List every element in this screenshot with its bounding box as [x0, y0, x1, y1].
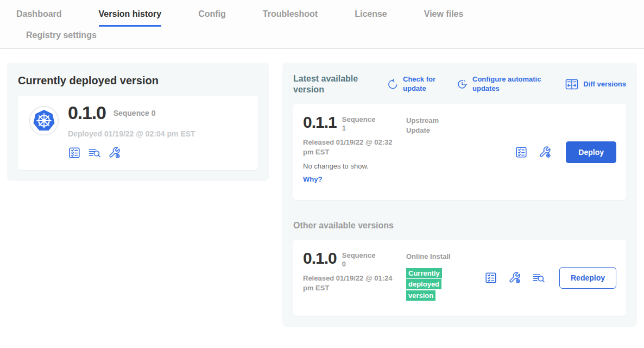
- released-timestamp: Released 01/19/22 @ 01:24 pm EST: [303, 274, 396, 293]
- configure-updates-icon: [456, 78, 468, 90]
- version-number: 0.1.1: [303, 114, 337, 131]
- currently-deployed-badge: Currently deployed version: [406, 268, 450, 302]
- version-source-label: Online Install: [406, 252, 451, 260]
- preflight-checks-icon[interactable]: [484, 271, 497, 284]
- no-changes-text: No changes to show.: [303, 162, 406, 170]
- kubernetes-logo: [29, 105, 59, 138]
- check-for-update-link[interactable]: Check for update: [387, 75, 442, 94]
- currently-deployed-title: Currently deployed version: [18, 74, 258, 87]
- diff-versions-link[interactable]: Diff versions: [565, 78, 626, 91]
- tab-version-history[interactable]: Version history: [99, 9, 162, 27]
- redeploy-button[interactable]: Redeploy: [559, 267, 616, 289]
- preflight-checks-icon[interactable]: [515, 146, 528, 159]
- edit-config-icon[interactable]: [108, 146, 121, 159]
- nav-row-primary: Dashboard Version history Config Trouble…: [16, 0, 644, 27]
- preflight-checks-icon[interactable]: [68, 146, 81, 159]
- latest-available-title: Latest available version: [293, 73, 372, 95]
- diff-versions-label: Diff versions: [583, 80, 626, 89]
- currently-deployed-card: Currently deployed version: [7, 63, 269, 181]
- latest-version-row: 0.1.1 Sequence 1 Released 01/19/22 @ 02:…: [293, 104, 626, 200]
- configure-automatic-updates-label: Configure automatic updates: [472, 75, 548, 94]
- check-for-update-label: Check for update: [403, 75, 442, 94]
- sequence-label: Sequence 0: [113, 103, 156, 117]
- deploy-button[interactable]: Deploy: [566, 141, 616, 163]
- version-source-label: Upstream Update: [406, 114, 463, 135]
- diff-versions-icon: [565, 78, 579, 91]
- version-history-page: Currently deployed version: [0, 49, 644, 340]
- deployed-timestamp: Deployed 01/19/22 @ 02:04 pm EST: [68, 129, 195, 138]
- tab-view-files[interactable]: View files: [424, 9, 464, 27]
- latest-available-header: Latest available version Check for updat…: [293, 73, 626, 95]
- other-version-row: 0.1.0 Sequence 0 Released 01/19/22 @ 01:…: [293, 240, 626, 316]
- version-source-column: Online Install Currently deployed versio…: [406, 250, 463, 302]
- top-nav: Dashboard Version history Config Trouble…: [0, 0, 644, 49]
- released-timestamp: Released 01/19/22 @ 02:32 pm EST: [303, 138, 396, 157]
- edit-config-icon[interactable]: [539, 146, 552, 159]
- deployed-version-info: 0.1.0 Sequence 0 Deployed 01/19/22 @ 02:…: [68, 103, 195, 159]
- tab-license[interactable]: License: [355, 9, 387, 27]
- tab-config[interactable]: Config: [198, 9, 226, 27]
- tab-troubleshoot[interactable]: Troubleshoot: [263, 9, 318, 27]
- sequence-label: Sequence 1: [342, 114, 378, 132]
- check-for-update-icon: [387, 78, 399, 90]
- deploy-logs-icon[interactable]: [532, 271, 545, 284]
- version-number: 0.1.0: [303, 250, 337, 267]
- version-action-icons: [484, 271, 545, 284]
- tab-registry-settings[interactable]: Registry settings: [26, 30, 644, 40]
- edit-config-icon[interactable]: [508, 271, 521, 284]
- sequence-label: Sequence 0: [342, 250, 378, 268]
- version-number: 0.1.0: [68, 103, 106, 123]
- version-row: 0.1.0 Sequence 0: [68, 103, 195, 123]
- tab-dashboard[interactable]: Dashboard: [16, 9, 62, 27]
- deploy-logs-icon[interactable]: [88, 146, 101, 159]
- why-link[interactable]: Why?: [303, 175, 406, 183]
- currently-deployed-badge-text: Currently deployed version: [406, 268, 442, 301]
- other-version-info: 0.1.0 Sequence 0 Released 01/19/22 @ 01:…: [303, 250, 406, 293]
- latest-version-info: 0.1.1 Sequence 1 Released 01/19/22 @ 02:…: [303, 114, 406, 183]
- nav-row-secondary: Registry settings: [16, 27, 644, 48]
- other-available-versions-title: Other available versions: [293, 221, 626, 231]
- version-action-icons: [515, 146, 552, 159]
- version-action-icons: [68, 146, 195, 159]
- deployed-version-box: 0.1.0 Sequence 0 Deployed 01/19/22 @ 02:…: [18, 96, 258, 170]
- configure-automatic-updates-link[interactable]: Configure automatic updates: [456, 75, 548, 94]
- latest-available-card: Latest available version Check for updat…: [282, 63, 637, 327]
